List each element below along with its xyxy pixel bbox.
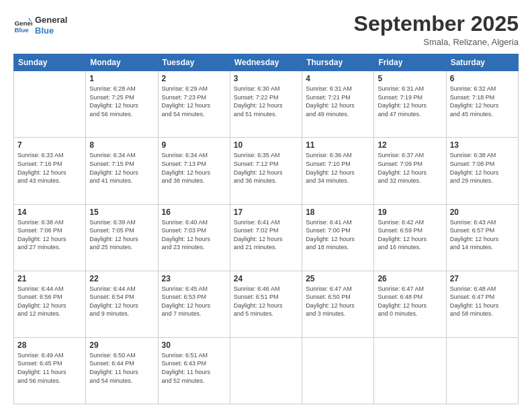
day-info: Sunrise: 6:33 AM Sunset: 7:16 PM Dayligh…	[17, 151, 82, 185]
day-header-thursday: Thursday	[302, 54, 374, 71]
title-area: September 2025 Smala, Relizane, Algeria	[354, 12, 519, 47]
day-header-saturday: Saturday	[446, 54, 518, 71]
calendar-cell: 27Sunrise: 6:48 AM Sunset: 6:47 PM Dayli…	[446, 271, 518, 337]
page-header: General Blue General Blue September 2025…	[13, 12, 519, 47]
calendar-cell: 18Sunrise: 6:41 AM Sunset: 7:00 PM Dayli…	[302, 204, 374, 271]
day-info: Sunrise: 6:39 AM Sunset: 7:05 PM Dayligh…	[89, 218, 154, 252]
calendar-cell: 2Sunrise: 6:29 AM Sunset: 7:23 PM Daylig…	[158, 71, 230, 138]
calendar-cell: 1Sunrise: 6:28 AM Sunset: 7:25 PM Daylig…	[86, 71, 158, 138]
day-number: 4	[306, 74, 370, 83]
calendar-cell	[446, 337, 518, 404]
svg-text:Blue: Blue	[35, 26, 54, 36]
day-info: Sunrise: 6:41 AM Sunset: 7:02 PM Dayligh…	[234, 218, 298, 252]
calendar-cell: 29Sunrise: 6:50 AM Sunset: 6:44 PM Dayli…	[86, 337, 158, 404]
calendar-cell: 5Sunrise: 6:31 AM Sunset: 7:19 PM Daylig…	[374, 71, 446, 138]
day-info: Sunrise: 6:34 AM Sunset: 7:13 PM Dayligh…	[162, 151, 226, 185]
day-info: Sunrise: 6:29 AM Sunset: 7:23 PM Dayligh…	[162, 85, 226, 118]
day-info: Sunrise: 6:37 AM Sunset: 7:09 PM Dayligh…	[378, 151, 442, 185]
day-info: Sunrise: 6:32 AM Sunset: 7:18 PM Dayligh…	[450, 85, 515, 118]
day-number: 12	[378, 140, 442, 150]
day-info: Sunrise: 6:47 AM Sunset: 6:50 PM Dayligh…	[306, 285, 370, 318]
day-info: Sunrise: 6:48 AM Sunset: 6:47 PM Dayligh…	[450, 285, 515, 318]
calendar-cell: 26Sunrise: 6:47 AM Sunset: 6:48 PM Dayli…	[374, 271, 446, 337]
day-info: Sunrise: 6:42 AM Sunset: 6:59 PM Dayligh…	[378, 218, 442, 252]
day-number: 25	[306, 274, 370, 283]
calendar-cell: 28Sunrise: 6:49 AM Sunset: 6:45 PM Dayli…	[14, 337, 86, 404]
calendar-cell: 20Sunrise: 6:43 AM Sunset: 6:57 PM Dayli…	[446, 204, 518, 271]
general-blue-logo: General Blue	[35, 12, 89, 38]
day-info: Sunrise: 6:49 AM Sunset: 6:45 PM Dayligh…	[17, 351, 82, 385]
day-header-tuesday: Tuesday	[158, 54, 230, 71]
svg-text:General: General	[35, 15, 67, 25]
day-info: Sunrise: 6:44 AM Sunset: 6:54 PM Dayligh…	[89, 285, 154, 318]
day-number: 15	[89, 208, 154, 217]
day-info: Sunrise: 6:34 AM Sunset: 7:15 PM Dayligh…	[89, 151, 154, 185]
day-number: 23	[162, 274, 226, 283]
calendar-cell: 13Sunrise: 6:38 AM Sunset: 7:08 PM Dayli…	[446, 138, 518, 204]
day-info: Sunrise: 6:50 AM Sunset: 6:44 PM Dayligh…	[89, 351, 154, 385]
logo-icon: General Blue	[13, 15, 32, 34]
calendar-cell: 15Sunrise: 6:39 AM Sunset: 7:05 PM Dayli…	[86, 204, 158, 271]
day-header-sunday: Sunday	[14, 54, 86, 71]
calendar-cell: 17Sunrise: 6:41 AM Sunset: 7:02 PM Dayli…	[230, 204, 302, 271]
day-info: Sunrise: 6:38 AM Sunset: 7:08 PM Dayligh…	[450, 151, 515, 185]
calendar-cell	[230, 337, 302, 404]
calendar-week-4: 28Sunrise: 6:49 AM Sunset: 6:45 PM Dayli…	[14, 337, 519, 404]
day-number: 20	[450, 208, 515, 217]
calendar-cell: 21Sunrise: 6:44 AM Sunset: 6:56 PM Dayli…	[14, 271, 86, 337]
calendar-cell: 12Sunrise: 6:37 AM Sunset: 7:09 PM Dayli…	[374, 138, 446, 204]
calendar-header-row: SundayMondayTuesdayWednesdayThursdayFrid…	[14, 54, 519, 71]
calendar-cell: 23Sunrise: 6:45 AM Sunset: 6:53 PM Dayli…	[158, 271, 230, 337]
day-info: Sunrise: 6:43 AM Sunset: 6:57 PM Dayligh…	[450, 218, 515, 252]
calendar-cell: 10Sunrise: 6:35 AM Sunset: 7:12 PM Dayli…	[230, 138, 302, 204]
day-number: 22	[89, 274, 154, 283]
calendar-cell: 11Sunrise: 6:36 AM Sunset: 7:10 PM Dayli…	[302, 138, 374, 204]
calendar-cell: 8Sunrise: 6:34 AM Sunset: 7:15 PM Daylig…	[86, 138, 158, 204]
calendar-cell: 25Sunrise: 6:47 AM Sunset: 6:50 PM Dayli…	[302, 271, 374, 337]
day-info: Sunrise: 6:40 AM Sunset: 7:03 PM Dayligh…	[162, 218, 226, 252]
calendar-cell: 24Sunrise: 6:46 AM Sunset: 6:51 PM Dayli…	[230, 271, 302, 337]
day-number: 30	[162, 340, 226, 350]
day-number: 26	[378, 274, 442, 283]
day-number: 6	[450, 74, 515, 83]
location-subtitle: Smala, Relizane, Algeria	[354, 37, 519, 47]
day-number: 18	[306, 208, 370, 217]
day-info: Sunrise: 6:41 AM Sunset: 7:00 PM Dayligh…	[306, 218, 370, 252]
day-info: Sunrise: 6:31 AM Sunset: 7:19 PM Dayligh…	[378, 85, 442, 118]
day-number: 17	[234, 208, 298, 217]
day-info: Sunrise: 6:31 AM Sunset: 7:21 PM Dayligh…	[306, 85, 370, 118]
day-number: 16	[162, 208, 226, 217]
day-number: 13	[450, 140, 515, 150]
day-info: Sunrise: 6:38 AM Sunset: 7:06 PM Dayligh…	[17, 218, 82, 252]
day-number: 19	[378, 208, 442, 217]
day-header-wednesday: Wednesday	[230, 54, 302, 71]
day-info: Sunrise: 6:45 AM Sunset: 6:53 PM Dayligh…	[162, 285, 226, 318]
calendar-cell: 16Sunrise: 6:40 AM Sunset: 7:03 PM Dayli…	[158, 204, 230, 271]
day-info: Sunrise: 6:46 AM Sunset: 6:51 PM Dayligh…	[234, 285, 298, 318]
calendar-week-2: 14Sunrise: 6:38 AM Sunset: 7:06 PM Dayli…	[14, 204, 519, 271]
calendar-cell: 9Sunrise: 6:34 AM Sunset: 7:13 PM Daylig…	[158, 138, 230, 204]
svg-marker-7	[81, 17, 85, 22]
day-info: Sunrise: 6:28 AM Sunset: 7:25 PM Dayligh…	[89, 85, 154, 118]
day-header-friday: Friday	[374, 54, 446, 71]
calendar-cell: 4Sunrise: 6:31 AM Sunset: 7:21 PM Daylig…	[302, 71, 374, 138]
svg-text:Blue: Blue	[14, 26, 29, 34]
calendar-week-0: 1Sunrise: 6:28 AM Sunset: 7:25 PM Daylig…	[14, 71, 519, 138]
calendar-cell: 14Sunrise: 6:38 AM Sunset: 7:06 PM Dayli…	[14, 204, 86, 271]
calendar-cell	[302, 337, 374, 404]
day-number: 14	[17, 208, 82, 217]
day-info: Sunrise: 6:44 AM Sunset: 6:56 PM Dayligh…	[17, 285, 82, 318]
calendar-cell: 22Sunrise: 6:44 AM Sunset: 6:54 PM Dayli…	[86, 271, 158, 337]
day-number: 1	[89, 74, 154, 83]
day-header-monday: Monday	[86, 54, 158, 71]
calendar-week-1: 7Sunrise: 6:33 AM Sunset: 7:16 PM Daylig…	[14, 138, 519, 204]
day-number: 24	[234, 274, 298, 283]
month-title: September 2025	[354, 12, 519, 36]
calendar-cell	[14, 71, 86, 138]
calendar-table: SundayMondayTuesdayWednesdayThursdayFrid…	[13, 54, 519, 404]
day-number: 27	[450, 274, 515, 283]
calendar-cell: 7Sunrise: 6:33 AM Sunset: 7:16 PM Daylig…	[14, 138, 86, 204]
day-number: 28	[17, 340, 82, 350]
day-info: Sunrise: 6:47 AM Sunset: 6:48 PM Dayligh…	[378, 285, 442, 318]
calendar-cell: 6Sunrise: 6:32 AM Sunset: 7:18 PM Daylig…	[446, 71, 518, 138]
